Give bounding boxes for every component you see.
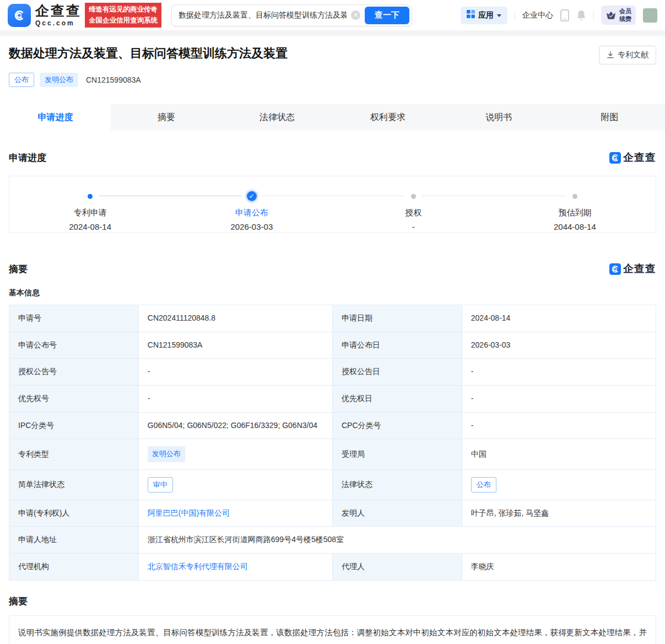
- qcc-watermark-text: 企查查: [623, 150, 656, 165]
- step-dot-done: [88, 194, 93, 199]
- table-row: 简单法律状态 审中 法律状态 公布: [9, 469, 656, 500]
- section-title-summary: 摘要: [9, 263, 28, 275]
- chevron-down-icon: [497, 14, 501, 17]
- applicant-link[interactable]: 阿里巴巴(中国)有限公司: [148, 508, 230, 517]
- step-date: 2024-08-14: [69, 222, 111, 231]
- step-check-icon: ✓: [247, 191, 257, 201]
- page-title: 数据处理方法及装置、目标问答模型训练方法及装置: [9, 46, 288, 62]
- tab-bar: 申请进度 摘要 法律状态 权利要求 说明书 附图: [0, 104, 665, 131]
- field-label: 优先权号: [9, 386, 139, 413]
- field-value-applicant: 阿里巴巴(中国)有限公司: [138, 500, 332, 527]
- field-value-priority-number: -: [138, 386, 332, 413]
- brand-text: 企查查 Qcc.com: [35, 4, 82, 26]
- section-title-abstract: 摘要: [9, 595, 28, 608]
- step-date: 2026-03-03: [231, 222, 273, 231]
- qcc-logo[interactable]: 企查查 Qcc.com: [8, 4, 82, 27]
- field-value-application-date: 2024-08-14: [462, 305, 656, 332]
- timeline-segment: [422, 196, 566, 196]
- field-label: 专利类型: [9, 439, 139, 469]
- tab-legal-status[interactable]: 法律状态: [221, 104, 332, 131]
- field-value-priority-date: -: [462, 386, 656, 413]
- tab-application-progress[interactable]: 申请进度: [0, 104, 111, 131]
- table-row: 优先权号 - 优先权日 -: [9, 386, 656, 413]
- field-label: 申请(专利权)人: [9, 500, 139, 527]
- table-row: IPC分类号 G06N5/04; G06N5/022; G06F16/3329;…: [9, 412, 656, 439]
- tab-abstract[interactable]: 摘要: [111, 104, 221, 131]
- step-dot-pending: [411, 194, 416, 199]
- patent-document-button[interactable]: 专利文献: [599, 46, 656, 64]
- step-date: -: [412, 222, 415, 231]
- field-value-agency: 北京智信禾专利代理有限公司: [138, 554, 332, 581]
- field-label: 授权公告号: [9, 359, 139, 386]
- timeline-step-filing: 专利申请 2024-08-14: [9, 176, 171, 232]
- field-value-simple-legal-status: 审中: [138, 469, 332, 500]
- patent-title-section: 数据处理方法及装置、目标问答模型训练方法及装置 专利文献 公布 发明公布 CN1…: [0, 36, 665, 104]
- basic-info-table: 申请号 CN202411120848.8 申请日期 2024-08-14 申请公…: [9, 305, 656, 581]
- legal-status-badge-published: 公布: [471, 477, 496, 493]
- member-label: 会员 续费: [619, 8, 631, 22]
- summary-section: 摘要 企查查 基本信息 申请号 CN202411120848.8 申请日期 20…: [0, 262, 665, 644]
- abstract-box: 说明书实施例提供数据处理方法及装置、目标问答模型训练方法及装置，该数据处理方法包…: [9, 615, 656, 644]
- timeline-segment: [262, 196, 404, 196]
- field-label: 申请日期: [332, 305, 462, 332]
- table-row: 代理机构 北京智信禾专利代理有限公司 代理人 李晓庆: [9, 554, 656, 581]
- qcc-watermark: 企查查: [609, 262, 656, 276]
- field-value-grant-date: -: [462, 359, 656, 386]
- table-row: 申请(专利权)人 阿里巴巴(中国)有限公司 发明人 叶子昂, 张珍茹, 马坚鑫: [9, 500, 656, 527]
- apps-menu-button[interactable]: 应用: [461, 7, 507, 24]
- status-badge-publish: 公布: [9, 73, 34, 87]
- field-label: 法律状态: [332, 469, 462, 500]
- agency-link[interactable]: 北京智信禾专利代理有限公司: [148, 562, 248, 571]
- field-value-agent: 李晓庆: [462, 554, 656, 581]
- qcc-watermark: 企查查: [609, 150, 656, 165]
- field-value-receiving-office: 中国: [462, 439, 656, 469]
- field-value-inventors: 叶子昂, 张珍茹, 马坚鑫: [462, 500, 656, 527]
- tab-claims[interactable]: 权利要求: [333, 104, 444, 131]
- field-value-publication-number: CN121599083A: [138, 332, 332, 359]
- field-label: CPC分类号: [332, 412, 462, 439]
- field-label: 代理人: [332, 554, 462, 581]
- step-dot-pending: [572, 194, 577, 199]
- table-row: 专利类型 发明公布 受理局 中国: [9, 439, 656, 469]
- type-badge-invention: 发明公布: [40, 73, 78, 87]
- timeline-segment-active: [99, 196, 242, 196]
- step-date: 2044-08-14: [554, 222, 596, 231]
- notification-bell-icon[interactable]: [576, 10, 586, 21]
- search-button[interactable]: 查一下: [365, 7, 409, 24]
- step-label: 专利申请: [74, 208, 107, 218]
- timeline-step-publication: ✓ 申请公布 2026-03-03: [171, 176, 332, 232]
- table-row: 申请公布号 CN121599083A 申请公布日 2026-03-03: [9, 332, 656, 359]
- field-value-grant-number: -: [138, 359, 332, 386]
- slogan-line-2: 全国企业信用查询系统: [89, 15, 158, 26]
- abstract-text: 说明书实施例提供数据处理方法及装置、目标问答模型训练方法及装置，该数据处理方法包…: [18, 624, 647, 644]
- field-label: 授权公告日: [332, 359, 462, 386]
- step-label: 授权: [405, 208, 421, 218]
- patent-number: CN121599083A: [86, 75, 141, 84]
- field-value-patent-type: 发明公布: [138, 439, 332, 469]
- field-label: 代理机构: [9, 554, 139, 581]
- search-input[interactable]: [179, 11, 347, 20]
- tab-figures[interactable]: 附图: [554, 104, 665, 131]
- crown-icon: [605, 10, 617, 20]
- step-label: 申请公布: [235, 208, 268, 218]
- field-value-ipc-class: G06N5/04; G06N5/022; G06F16/3329; G06N3/…: [138, 412, 332, 439]
- field-label: 申请公布日: [332, 332, 462, 359]
- field-value-legal-status: 公布: [462, 469, 656, 500]
- timeline-step-grant: 授权 -: [333, 176, 494, 232]
- brand-domain: Qcc.com: [35, 20, 82, 26]
- header-right-nav: 应用 企业中心 会员: [461, 6, 657, 24]
- clear-search-icon[interactable]: ✕: [351, 10, 360, 20]
- timeline-step-expiry: 预估到期 2044-08-14: [494, 176, 656, 232]
- field-value-applicant-address: 浙江省杭州市滨江区长河街道网商路699号4号楼5楼508室: [138, 527, 656, 554]
- enterprise-center-link[interactable]: 企业中心: [522, 10, 553, 20]
- tab-description[interactable]: 说明书: [444, 104, 554, 131]
- step-label: 预估到期: [558, 208, 591, 218]
- user-avatar[interactable]: [643, 8, 657, 23]
- slogan-line-1: 缔造有远见的商业传奇: [89, 4, 158, 15]
- search-bar[interactable]: ✕ 查一下: [171, 4, 412, 26]
- patent-type-badge: 发明公布: [148, 446, 185, 462]
- member-renew-button[interactable]: 会员 续费: [601, 6, 636, 24]
- header-separator: [0, 30, 665, 36]
- mobile-phone-icon[interactable]: [560, 9, 569, 21]
- field-label: 申请号: [9, 305, 139, 332]
